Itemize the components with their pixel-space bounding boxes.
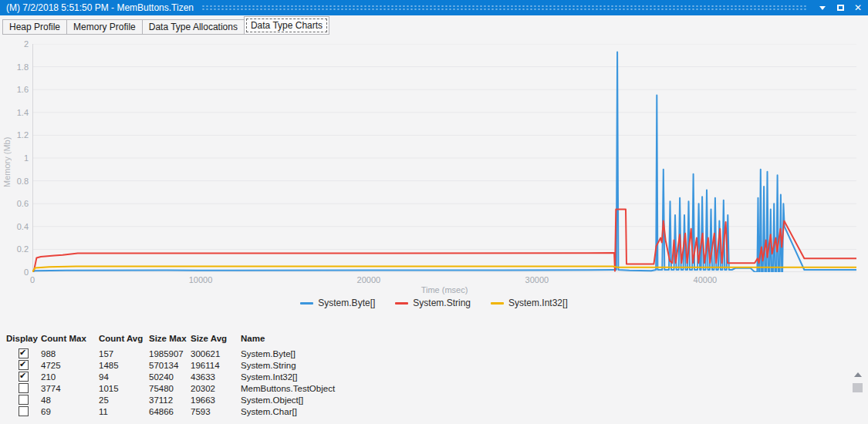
type-table: DisplayCount MaxCount AvgSize MaxSize Av…: [6, 332, 868, 417]
column-header-size-avg: Size Avg: [191, 334, 241, 343]
cell-count-avg: 25: [99, 395, 149, 405]
table-row: 9881571985907300621System.Byte[]: [6, 348, 868, 359]
column-header-count-max: Count Max: [41, 334, 99, 343]
legend-dash-icon: [300, 302, 313, 305]
cell-count-avg: 1015: [99, 384, 149, 393]
legend-dash-icon: [491, 302, 504, 305]
cell-name: System.String: [241, 361, 457, 370]
legend-dash-icon: [395, 302, 408, 305]
display-checkbox[interactable]: [19, 360, 29, 370]
scroll-up-icon[interactable]: [854, 372, 862, 377]
cell-name: System.Char[]: [241, 407, 457, 416]
cell-size-max: 37112: [149, 395, 191, 405]
cell-size-max: 1985907: [149, 349, 191, 358]
y-tick-label: 2: [0, 39, 29, 49]
x-tick-label: 10000: [170, 275, 231, 285]
x-axis-title: Time (msec): [32, 285, 856, 294]
tab-data-type-allocations[interactable]: Data Type Allocations: [142, 19, 245, 35]
titlebar[interactable]: (M) 7/2/2018 5:51:50 PM - MemButtons.Tiz…: [0, 0, 868, 15]
legend-item-1: System.String: [395, 298, 471, 308]
cell-count-max: 3774: [41, 384, 99, 393]
cell-size-avg: 196114: [191, 361, 241, 370]
maximize-icon[interactable]: [835, 2, 846, 13]
tab-data-type-charts[interactable]: Data Type Charts: [244, 16, 329, 35]
y-tick-label: 1.8: [0, 62, 29, 72]
column-header-count-avg: Count Avg: [99, 334, 149, 343]
cell-size-avg: 20302: [191, 384, 241, 393]
window-controls: ✕: [817, 2, 863, 13]
cell-name: System.Byte[]: [241, 349, 457, 358]
display-checkbox[interactable]: [19, 372, 29, 382]
cell-size-avg: 300621: [191, 349, 241, 358]
chart-plot: [32, 44, 856, 272]
table-row: 6911648667593System.Char[]: [6, 405, 868, 417]
column-header-display: Display: [6, 334, 41, 343]
y-tick-label: 0.4: [0, 222, 29, 232]
legend-label: System.String: [413, 298, 471, 308]
table-header-row: DisplayCount MaxCount AvgSize MaxSize Av…: [6, 332, 868, 345]
chart-section: 00.20.40.60.811.21.41.61.82 010000200003…: [0, 35, 868, 309]
chart-legend: System.Byte[]System.StringSystem.Int32[]: [0, 297, 868, 309]
display-checkbox[interactable]: [19, 383, 29, 393]
tab-memory-profile[interactable]: Memory Profile: [66, 19, 143, 35]
cell-count-max: 48: [41, 395, 99, 405]
cell-name: System.Object[]: [241, 395, 457, 405]
cell-size-max: 75480: [149, 384, 191, 393]
legend-item-2: System.Int32[]: [491, 298, 568, 308]
table-scrollbar: [851, 372, 864, 392]
cell-count-avg: 157: [99, 349, 149, 358]
type-table-section: DisplayCount MaxCount AvgSize MaxSize Av…: [0, 332, 868, 424]
legend-label: System.Int32[]: [508, 298, 568, 308]
cell-count-max: 4725: [41, 361, 99, 370]
window-title: (M) 7/2/2018 5:51:50 PM - MemButtons.Tiz…: [6, 0, 194, 15]
series-line-1: [32, 210, 856, 272]
cell-count-avg: 94: [99, 372, 149, 382]
y-tick-label: 0.2: [0, 244, 29, 254]
scrollbar-thumb[interactable]: [853, 383, 863, 392]
legend-label: System.Byte[]: [318, 298, 375, 308]
cell-size-avg: 43633: [191, 372, 241, 382]
display-checkbox[interactable]: [19, 395, 29, 405]
table-row: 377410157548020302MemButtons.TestObject: [6, 382, 868, 394]
series-line-0: [32, 52, 856, 272]
tab-heap-profile[interactable]: Heap Profile: [2, 19, 67, 35]
chevron-down-icon[interactable]: [817, 2, 828, 13]
table-row: 210945024043633System.Int32[]: [6, 371, 868, 382]
cell-count-max: 69: [41, 407, 99, 416]
cell-size-avg: 7593: [191, 407, 241, 416]
y-axis-title: Memory (Mb): [2, 112, 12, 212]
x-tick-label: 30000: [506, 275, 568, 285]
cell-count-avg: 11: [99, 407, 149, 416]
x-tick-label: 0: [2, 275, 63, 285]
column-header-size-max: Size Max: [149, 334, 191, 343]
type-table-body: 9881571985907300621System.Byte[]47251485…: [6, 348, 868, 417]
cell-size-avg: 19663: [191, 395, 241, 405]
cell-count-avg: 1485: [99, 361, 149, 370]
close-icon[interactable]: ✕: [853, 2, 863, 13]
cell-name: System.Int32[]: [241, 372, 457, 382]
column-header-name: Name: [241, 334, 457, 343]
cell-count-max: 988: [41, 349, 99, 358]
cell-size-max: 570134: [149, 361, 191, 370]
y-tick-label: 1.6: [0, 85, 29, 95]
x-tick-label: 40000: [674, 275, 736, 285]
legend-item-0: System.Byte[]: [300, 298, 375, 308]
display-checkbox[interactable]: [19, 406, 29, 416]
display-checkbox[interactable]: [19, 348, 29, 358]
cell-size-max: 64866: [149, 407, 191, 416]
cell-name: MemButtons.TestObject: [241, 384, 457, 393]
cell-size-max: 50240: [149, 372, 191, 382]
x-tick-label: 20000: [338, 275, 400, 285]
cell-count-max: 210: [41, 372, 99, 382]
titlebar-grip[interactable]: [201, 4, 808, 12]
table-row: 47251485570134196114System.String: [6, 359, 868, 371]
table-row: 48253711219663System.Object[]: [6, 394, 868, 405]
tab-bar: Heap ProfileMemory ProfileData Type Allo…: [0, 15, 868, 35]
